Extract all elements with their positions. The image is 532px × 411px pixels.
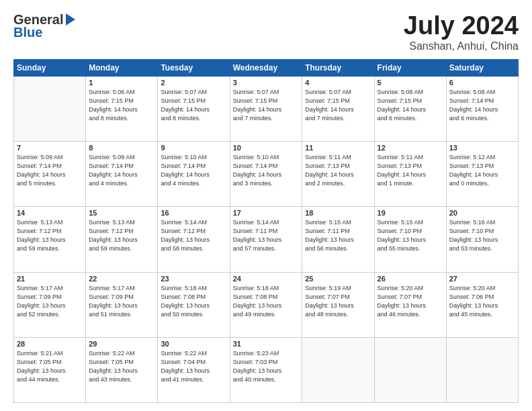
daylight-line2: and 59 minutes. xyxy=(89,244,154,253)
daylight-line2: and 48 minutes. xyxy=(305,310,371,319)
sunset-text: Sunset: 7:13 PM xyxy=(378,162,443,171)
sunset-text: Sunset: 7:05 PM xyxy=(17,358,83,367)
weekday-header-sunday: Sunday xyxy=(14,59,86,76)
day-number: 30 xyxy=(161,340,226,348)
calendar-cell: 23Sunrise: 5:18 AMSunset: 7:08 PMDayligh… xyxy=(158,272,230,337)
sunrise-text: Sunrise: 5:06 AM xyxy=(89,88,154,97)
daylight-line1: Daylight: 14 hours xyxy=(233,105,300,114)
sunrise-text: Sunrise: 5:20 AM xyxy=(378,284,443,293)
sunset-text: Sunset: 7:07 PM xyxy=(378,293,443,302)
day-number: 6 xyxy=(449,79,515,87)
sunset-text: Sunset: 7:15 PM xyxy=(305,97,371,105)
weekday-header-saturday: Saturday xyxy=(446,59,518,76)
day-number: 11 xyxy=(305,144,371,152)
daylight-line2: and 3 minutes. xyxy=(233,179,300,188)
daylight-line2: and 55 minutes. xyxy=(378,244,443,253)
daylight-line1: Daylight: 13 hours xyxy=(378,236,443,244)
sunset-text: Sunset: 7:04 PM xyxy=(161,358,226,367)
daylight-line1: Daylight: 13 hours xyxy=(305,302,371,310)
day-detail: Sunrise: 5:07 AMSunset: 7:15 PMDaylight:… xyxy=(305,88,371,123)
sunrise-text: Sunrise: 5:08 AM xyxy=(378,88,443,97)
calendar-cell xyxy=(446,337,518,402)
month-year: July 2024 xyxy=(404,12,519,40)
sunset-text: Sunset: 7:14 PM xyxy=(233,162,300,171)
day-detail: Sunrise: 5:10 AMSunset: 7:14 PMDaylight:… xyxy=(233,153,300,188)
calendar-cell: 9Sunrise: 5:10 AMSunset: 7:14 PMDaylight… xyxy=(158,142,230,207)
calendar-cell: 21Sunrise: 5:17 AMSunset: 7:09 PMDayligh… xyxy=(14,272,86,337)
daylight-line2: and 58 minutes. xyxy=(161,244,226,253)
day-detail: Sunrise: 5:08 AMSunset: 7:14 PMDaylight:… xyxy=(449,88,515,123)
daylight-line2: and 4 minutes. xyxy=(89,179,154,188)
daylight-line2: and 41 minutes. xyxy=(161,375,226,384)
sunrise-text: Sunrise: 5:22 AM xyxy=(161,349,226,358)
daylight-line1: Daylight: 13 hours xyxy=(233,367,300,375)
day-detail: Sunrise: 5:21 AMSunset: 7:05 PMDaylight:… xyxy=(17,349,83,384)
day-number: 20 xyxy=(449,209,515,217)
daylight-line2: and 8 minutes. xyxy=(89,114,154,123)
calendar-cell xyxy=(14,76,86,141)
sunset-text: Sunset: 7:13 PM xyxy=(305,162,371,171)
day-number: 15 xyxy=(89,209,154,217)
day-detail: Sunrise: 5:15 AMSunset: 7:11 PMDaylight:… xyxy=(305,218,371,253)
sunrise-text: Sunrise: 5:22 AM xyxy=(89,349,154,358)
sunset-text: Sunset: 7:03 PM xyxy=(233,358,300,367)
sunset-text: Sunset: 7:09 PM xyxy=(89,293,154,302)
calendar-cell: 22Sunrise: 5:17 AMSunset: 7:09 PMDayligh… xyxy=(86,272,158,337)
daylight-line1: Daylight: 14 hours xyxy=(378,171,443,179)
sunset-text: Sunset: 7:11 PM xyxy=(305,227,371,236)
day-number: 7 xyxy=(17,144,83,152)
sunrise-text: Sunrise: 5:08 AM xyxy=(449,88,515,97)
calendar-table: SundayMondayTuesdayWednesdayThursdayFrid… xyxy=(13,59,519,403)
day-detail: Sunrise: 5:09 AMSunset: 7:14 PMDaylight:… xyxy=(17,153,83,188)
logo-blue: Blue xyxy=(13,25,42,40)
sunset-text: Sunset: 7:09 PM xyxy=(17,293,83,302)
sunset-text: Sunset: 7:08 PM xyxy=(233,293,300,302)
calendar-cell: 25Sunrise: 5:19 AMSunset: 7:07 PMDayligh… xyxy=(302,272,374,337)
day-number: 4 xyxy=(305,79,371,87)
sunrise-text: Sunrise: 5:14 AM xyxy=(161,218,226,227)
day-number: 21 xyxy=(17,275,83,283)
daylight-line2: and 45 minutes. xyxy=(449,310,515,319)
calendar-cell: 4Sunrise: 5:07 AMSunset: 7:15 PMDaylight… xyxy=(302,76,374,141)
calendar-cell: 14Sunrise: 5:13 AMSunset: 7:12 PMDayligh… xyxy=(14,207,86,272)
day-detail: Sunrise: 5:07 AMSunset: 7:15 PMDaylight:… xyxy=(161,88,226,123)
page: General Blue July 2024 Sanshan, Anhui, C… xyxy=(0,0,532,411)
sunset-text: Sunset: 7:07 PM xyxy=(305,293,371,302)
sunrise-text: Sunrise: 5:13 AM xyxy=(17,218,83,227)
calendar-cell: 13Sunrise: 5:12 AMSunset: 7:13 PMDayligh… xyxy=(446,142,518,207)
day-detail: Sunrise: 5:14 AMSunset: 7:11 PMDaylight:… xyxy=(233,218,300,253)
sunset-text: Sunset: 7:15 PM xyxy=(161,97,226,105)
daylight-line2: and 2 minutes. xyxy=(305,179,371,188)
daylight-line2: and 6 minutes. xyxy=(378,114,443,123)
daylight-line2: and 1 minute. xyxy=(378,179,443,188)
daylight-line1: Daylight: 13 hours xyxy=(233,302,300,310)
sunset-text: Sunset: 7:15 PM xyxy=(233,97,300,105)
calendar-cell: 1Sunrise: 5:06 AMSunset: 7:15 PMDaylight… xyxy=(86,76,158,141)
daylight-line1: Daylight: 13 hours xyxy=(449,302,515,310)
daylight-line2: and 5 minutes. xyxy=(17,179,83,188)
daylight-line2: and 6 minutes. xyxy=(449,114,515,123)
sunset-text: Sunset: 7:14 PM xyxy=(161,162,226,171)
day-number: 12 xyxy=(378,144,443,152)
day-number: 22 xyxy=(89,275,154,283)
calendar-cell: 20Sunrise: 5:16 AMSunset: 7:10 PMDayligh… xyxy=(446,207,518,272)
sunrise-text: Sunrise: 5:07 AM xyxy=(305,88,371,97)
day-number: 14 xyxy=(17,209,83,217)
day-number: 24 xyxy=(233,275,300,283)
calendar-cell: 18Sunrise: 5:15 AMSunset: 7:11 PMDayligh… xyxy=(302,207,374,272)
day-number: 1 xyxy=(89,79,154,87)
location: Sanshan, Anhui, China xyxy=(404,40,519,52)
sunset-text: Sunset: 7:12 PM xyxy=(89,227,154,236)
sunrise-text: Sunrise: 5:10 AM xyxy=(233,153,300,162)
day-detail: Sunrise: 5:08 AMSunset: 7:15 PMDaylight:… xyxy=(378,88,443,123)
daylight-line2: and 59 minutes. xyxy=(17,244,83,253)
sunset-text: Sunset: 7:10 PM xyxy=(449,227,515,236)
day-detail: Sunrise: 5:09 AMSunset: 7:14 PMDaylight:… xyxy=(89,153,154,188)
day-detail: Sunrise: 5:23 AMSunset: 7:03 PMDaylight:… xyxy=(233,349,300,384)
day-number: 19 xyxy=(378,209,443,217)
sunrise-text: Sunrise: 5:19 AM xyxy=(305,284,371,293)
daylight-line1: Daylight: 13 hours xyxy=(17,302,83,310)
daylight-line2: and 52 minutes. xyxy=(17,310,83,319)
daylight-line1: Daylight: 14 hours xyxy=(161,105,226,114)
logo: General Blue xyxy=(13,12,75,40)
